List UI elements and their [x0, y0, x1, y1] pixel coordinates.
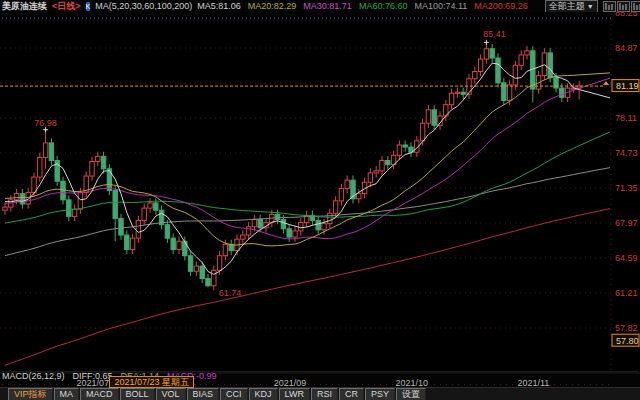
candle[interactable] — [43, 143, 47, 157]
indicator-tab-LWR[interactable]: LWR — [279, 388, 310, 400]
candle[interactable] — [136, 221, 140, 239]
candle[interactable] — [200, 266, 204, 278]
candle[interactable] — [322, 224, 326, 230]
indicator-tab-VIP指标[interactable]: VIP指标 — [8, 388, 53, 400]
candle[interactable] — [194, 266, 198, 271]
candle[interactable] — [171, 238, 175, 249]
candle[interactable] — [113, 191, 117, 219]
candle[interactable] — [142, 208, 146, 220]
candle[interactable] — [212, 270, 216, 286]
candle[interactable] — [3, 207, 7, 210]
indicator-tab-MA[interactable]: MA — [54, 388, 80, 400]
candle[interactable] — [357, 194, 361, 199]
indicator-tab-PSY[interactable]: PSY — [365, 388, 395, 400]
wide-candles-icon[interactable] — [631, 1, 640, 12]
candle[interactable] — [461, 92, 465, 94]
candle[interactable] — [246, 227, 250, 235]
theme-dropdown[interactable]: 全部主题 ▼ — [545, 0, 598, 13]
candle[interactable] — [316, 221, 320, 230]
candle[interactable] — [258, 220, 262, 228]
candle[interactable] — [72, 209, 76, 216]
indicator-tab-设置[interactable]: 设置 — [396, 388, 426, 400]
ma-value-label: MA5:81.06 — [197, 1, 241, 11]
candle[interactable] — [148, 203, 152, 208]
normal-candles-icon[interactable] — [617, 1, 630, 12]
candle[interactable] — [275, 214, 279, 219]
candle[interactable] — [507, 85, 511, 101]
y-axis-label: 78.11 — [615, 113, 637, 123]
indicator-tab-BOLL[interactable]: BOLL — [120, 388, 155, 400]
candle[interactable] — [299, 223, 303, 231]
ma-value-label: MA20:82.29 — [248, 1, 297, 11]
candle[interactable] — [188, 256, 192, 272]
candle[interactable] — [252, 220, 256, 227]
candle[interactable] — [380, 161, 384, 171]
candle[interactable] — [293, 231, 297, 237]
candle[interactable] — [14, 194, 18, 200]
candle[interactable] — [490, 49, 494, 58]
candle[interactable] — [78, 193, 82, 210]
candle[interactable] — [449, 93, 453, 104]
candle[interactable] — [328, 213, 332, 223]
candle[interactable] — [426, 110, 430, 123]
candle[interactable] — [217, 256, 221, 270]
candle[interactable] — [119, 218, 123, 235]
indicator-tab-MACD[interactable]: MACD — [80, 388, 119, 400]
candle[interactable] — [130, 238, 134, 249]
candle[interactable] — [473, 71, 477, 78]
candle[interactable] — [432, 110, 436, 126]
candlestick-chart[interactable]: 88.2584.8781.4978.1174.7371.3567.9764.59… — [0, 12, 640, 374]
price-arrow-icon — [603, 81, 609, 85]
candle[interactable] — [484, 49, 488, 59]
chart-header: 美原油连续 <日线> K MA(5,20,30,60,100,200) MA5:… — [0, 0, 640, 12]
candle[interactable] — [241, 235, 245, 239]
candle[interactable] — [177, 241, 181, 249]
candle[interactable] — [339, 188, 343, 200]
candle[interactable] — [287, 229, 291, 237]
indicator-toolbar: VIP指标MAMACDBOLLVOLBIASCCIKDJLWRRSICRPSY设… — [0, 387, 640, 400]
candle[interactable] — [502, 83, 506, 101]
candle[interactable] — [374, 171, 378, 173]
candle[interactable] — [496, 58, 500, 83]
period-tag[interactable]: <日线> — [52, 0, 81, 12]
ma-value-label: MA30:81.71 — [303, 1, 352, 11]
candle[interactable] — [560, 88, 564, 97]
symbol-title[interactable]: 美原油连续 — [2, 0, 47, 12]
candle[interactable] — [548, 53, 552, 78]
candle[interactable] — [368, 173, 372, 182]
candle[interactable] — [333, 201, 337, 213]
candle[interactable] — [20, 194, 24, 204]
candle[interactable] — [519, 55, 523, 65]
candle[interactable] — [96, 156, 100, 161]
candle[interactable] — [125, 235, 129, 249]
candle[interactable] — [67, 200, 71, 217]
candle[interactable] — [38, 157, 42, 177]
price-annotation: 85.41 — [483, 29, 506, 39]
narrow-candles-icon[interactable] — [603, 1, 616, 12]
candle[interactable] — [478, 59, 482, 71]
candle[interactable] — [455, 92, 459, 93]
indicator-tab-KDJ[interactable]: KDJ — [249, 388, 278, 400]
indicator-tab-RSI[interactable]: RSI — [311, 388, 338, 400]
candle[interactable] — [420, 123, 424, 141]
candle[interactable] — [397, 145, 401, 155]
indicator-tab-CCI[interactable]: CCI — [220, 388, 248, 400]
candle[interactable] — [49, 143, 53, 161]
candle[interactable] — [90, 162, 94, 176]
candle[interactable] — [281, 220, 285, 229]
indicator-tab-CR[interactable]: CR — [339, 388, 364, 400]
candle[interactable] — [403, 145, 407, 147]
candle[interactable] — [165, 225, 169, 238]
candle[interactable] — [513, 65, 517, 85]
candle[interactable] — [206, 279, 210, 286]
ma-line-100 — [5, 168, 610, 256]
candle[interactable] — [386, 161, 390, 165]
candle[interactable] — [61, 181, 65, 200]
candle[interactable] — [345, 180, 349, 188]
indicator-tab-VOL[interactable]: VOL — [156, 388, 186, 400]
candle[interactable] — [525, 51, 529, 55]
candle[interactable] — [154, 203, 158, 210]
candle[interactable] — [101, 156, 105, 168]
candle[interactable] — [223, 244, 227, 255]
indicator-tab-BIAS[interactable]: BIAS — [187, 388, 220, 400]
